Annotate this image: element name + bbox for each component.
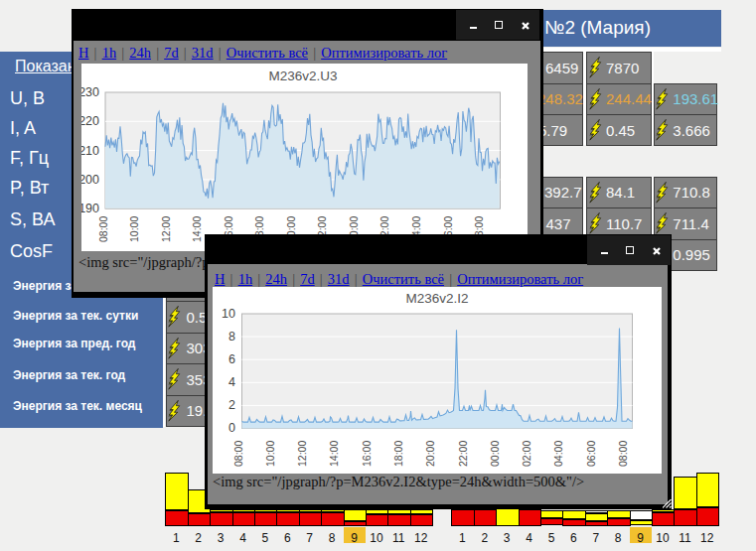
svg-text:230: 230 — [81, 85, 99, 99]
svg-text:190: 190 — [81, 202, 99, 215]
svg-text:22:00: 22:00 — [456, 441, 468, 467]
svg-text:14:00: 14:00 — [328, 441, 340, 467]
svg-text:10:00: 10:00 — [263, 441, 275, 467]
svg-text:00:00: 00:00 — [488, 441, 500, 467]
svg-text:10:00: 10:00 — [128, 216, 140, 242]
svg-text:12:00: 12:00 — [160, 216, 172, 242]
svg-text:02:00: 02:00 — [521, 441, 532, 467]
svg-text:10: 10 — [222, 307, 235, 321]
svg-text:M236v2.U3: M236v2.U3 — [268, 69, 337, 83]
svg-text:08:00: 08:00 — [97, 216, 109, 242]
svg-text:0: 0 — [228, 421, 235, 435]
svg-text:4: 4 — [228, 375, 235, 389]
svg-text:16:00: 16:00 — [360, 441, 372, 467]
svg-text:08:00: 08:00 — [231, 441, 243, 467]
svg-text:2: 2 — [228, 398, 235, 412]
svg-text:200: 200 — [81, 173, 99, 187]
svg-text:08:00: 08:00 — [616, 441, 628, 467]
svg-text:8: 8 — [228, 330, 235, 344]
svg-text:06:00: 06:00 — [584, 441, 596, 467]
svg-text:210: 210 — [81, 144, 99, 158]
svg-text:14:00: 14:00 — [191, 216, 203, 242]
svg-text:04:00: 04:00 — [552, 441, 564, 467]
svg-text:220: 220 — [81, 114, 99, 128]
svg-text:M236v2.I2: M236v2.I2 — [405, 291, 468, 306]
svg-text:20:00: 20:00 — [424, 441, 436, 467]
svg-text:6: 6 — [228, 352, 235, 366]
svg-text:18:00: 18:00 — [391, 441, 403, 467]
svg-text:12:00: 12:00 — [296, 441, 308, 467]
